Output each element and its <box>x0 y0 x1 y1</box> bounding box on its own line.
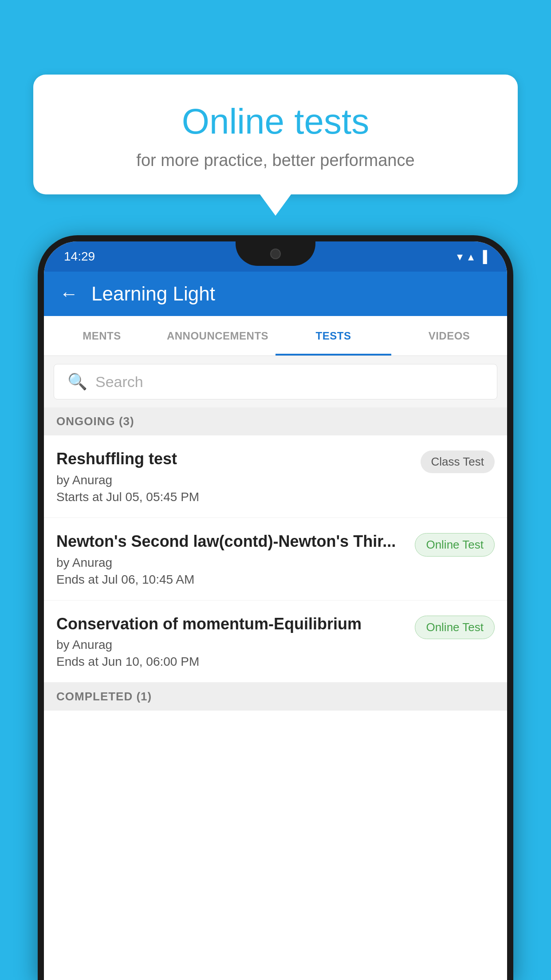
test-author: by Anurag <box>56 556 406 570</box>
tab-videos[interactable]: VIDEOS <box>391 316 507 356</box>
test-item[interactable]: Reshuffling test by Anurag Starts at Jul… <box>44 435 507 518</box>
status-bar: 14:29 ▾ ▴ ▐ <box>44 241 507 272</box>
back-button[interactable]: ← <box>59 283 78 304</box>
tests-list: Reshuffling test by Anurag Starts at Jul… <box>44 435 507 683</box>
test-time: Ends at Jun 10, 06:00 PM <box>56 655 406 669</box>
app-bar: ← Learning Light <box>44 272 507 316</box>
app-title: Learning Light <box>91 283 215 305</box>
test-author: by Anurag <box>56 638 406 652</box>
search-icon: 🔍 <box>67 372 87 391</box>
status-time: 14:29 <box>64 249 95 264</box>
status-icons: ▾ ▴ ▐ <box>457 250 487 264</box>
test-info: Newton's Second law(contd)-Newton's Thir… <box>56 531 406 587</box>
phone-frame: 14:29 ▾ ▴ ▐ ← Learning Light MENTS ANNOU… <box>38 235 513 980</box>
wifi-icon: ▾ <box>457 250 463 264</box>
test-info: Conservation of momentum-Equilibrium by … <box>56 614 406 669</box>
test-time: Ends at Jul 06, 10:45 AM <box>56 573 406 587</box>
search-placeholder: Search <box>95 373 143 391</box>
search-container: 🔍 Search <box>44 356 507 407</box>
test-author: by Anurag <box>56 473 412 487</box>
test-info: Reshuffling test by Anurag Starts at Jul… <box>56 449 412 504</box>
test-name: Conservation of momentum-Equilibrium <box>56 614 406 635</box>
tab-ments[interactable]: MENTS <box>44 316 160 356</box>
tab-tests[interactable]: TESTS <box>276 316 391 356</box>
battery-icon: ▐ <box>479 250 487 264</box>
camera-icon <box>270 249 281 259</box>
signal-icon: ▴ <box>468 250 474 264</box>
screen-content: 14:29 ▾ ▴ ▐ ← Learning Light MENTS ANNOU… <box>44 241 507 980</box>
test-name: Reshuffling test <box>56 449 412 470</box>
notch <box>236 241 315 266</box>
tab-announcements[interactable]: ANNOUNCEMENTS <box>160 316 276 356</box>
badge-online-test: Online Test <box>415 616 495 639</box>
speech-bubble: Online tests for more practice, better p… <box>33 75 518 194</box>
test-time: Starts at Jul 05, 05:45 PM <box>56 490 412 504</box>
test-item[interactable]: Newton's Second law(contd)-Newton's Thir… <box>44 518 507 601</box>
test-name: Newton's Second law(contd)-Newton's Thir… <box>56 531 406 552</box>
bubble-title: Online tests <box>55 101 496 142</box>
badge-class-test: Class Test <box>421 450 495 473</box>
bubble-subtitle: for more practice, better performance <box>55 151 496 170</box>
search-bar[interactable]: 🔍 Search <box>54 364 497 399</box>
badge-online-test: Online Test <box>415 533 495 557</box>
ongoing-section-header: ONGOING (3) <box>44 407 507 435</box>
phone-screen: 14:29 ▾ ▴ ▐ ← Learning Light MENTS ANNOU… <box>44 241 507 980</box>
completed-section-header: COMPLETED (1) <box>44 683 507 711</box>
test-item[interactable]: Conservation of momentum-Equilibrium by … <box>44 601 507 683</box>
tabs-container: MENTS ANNOUNCEMENTS TESTS VIDEOS <box>44 316 507 356</box>
